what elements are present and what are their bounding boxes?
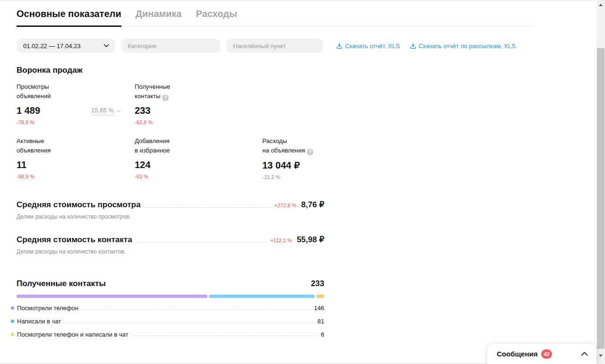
download-report-link[interactable]: Скачать отчёт, XLS	[337, 42, 400, 50]
arrow-right-icon: →	[115, 107, 121, 114]
filters-bar: 01.02.22 — 17.04.23 Скачать отчёт, XLS С…	[17, 39, 516, 53]
avg-view-cost-subtitle: Делим расходы на количество просмотров.	[17, 213, 324, 220]
scrollbar-thumb[interactable]	[597, 48, 605, 349]
messenger-widget[interactable]: Сообщения 42	[487, 344, 596, 364]
bar-segment-chat	[209, 295, 315, 298]
metric-active-ads-value: 11	[17, 160, 125, 170]
category-input[interactable]	[121, 39, 220, 53]
tabs-bar: Основные показатели Динамика Расходы	[17, 6, 533, 26]
avg-view-cost-delta: +272,8 %	[275, 203, 297, 208]
metric-views: Просмотрыобъявлений 1 489 -78,9 %	[17, 82, 125, 125]
conversion-value[interactable]: 15,65 %	[91, 107, 114, 115]
chevron-up-icon[interactable]	[581, 352, 588, 356]
date-range-value: 01.02.22 — 17.04.23	[23, 42, 80, 50]
avg-view-cost-value: 8,76 ₽	[301, 200, 324, 210]
metric-contacts-delta: -62,8 %	[135, 119, 243, 125]
funnel-row-2: Активныеобъявления 11 -98,9 % Добавления…	[17, 136, 324, 180]
dotted-leader	[80, 309, 312, 310]
download-links: Скачать отчёт, XLS Скачать отчёт по расс…	[337, 42, 516, 50]
download-mailing-report-label: Скачать отчёт по рассылкам, XLS	[419, 42, 516, 50]
metric-contacts-value: 233	[135, 105, 243, 116]
legend-item-chat: Написали в чат 81	[11, 318, 324, 325]
tab-dynamics[interactable]: Динамика	[136, 6, 182, 26]
avg-contact-cost-value: 55,98 ₽	[297, 235, 324, 245]
legend-dot-blue	[11, 320, 14, 323]
messenger-label: Сообщения	[497, 350, 537, 358]
bar-segment-phone	[17, 295, 207, 298]
metric-active-ads-delta: -98,9 %	[17, 174, 125, 179]
legend-dot-purple	[11, 306, 14, 310]
download-icon	[337, 43, 342, 49]
download-report-label: Скачать отчёт, XLS	[345, 42, 400, 50]
dotted-leader	[63, 322, 315, 323]
unread-count-badge: 42	[541, 349, 552, 359]
legend-item-phone: Посмотрели телефон 146	[11, 305, 324, 312]
metric-ad-spend-delta: -21,2 %	[262, 174, 371, 180]
funnel-row-1: Просмотрыобъявлений 1 489 -78,9 % 15,65 …	[17, 82, 324, 126]
tab-main-metrics[interactable]: Основные показатели	[17, 6, 121, 27]
metric-favorites: Добавленияв избранное 124 -63 %	[135, 136, 243, 179]
contacts-legend: Посмотрели телефон 146 Написали в чат 81…	[17, 305, 324, 338]
metric-views-delta: -78,9 %	[17, 119, 125, 125]
avg-contact-cost-title: Средняя стоимость контакта	[17, 235, 132, 245]
avg-contact-cost-block: Средняя стоимость контакта +112,1 % 55,9…	[17, 235, 324, 255]
scroll-up-arrow-icon[interactable]	[599, 4, 603, 6]
main-content: Воронка продаж Просмотрыобъявлений 1 489…	[17, 62, 324, 344]
contacts-total: 233	[311, 279, 324, 288]
dotted-leader	[136, 242, 267, 243]
metric-ad-spend: Расходына объявления? 13 044 ₽ -21,2 %	[262, 136, 371, 180]
scroll-down-arrow-icon[interactable]	[599, 355, 603, 357]
legend-dot-yellow	[11, 333, 14, 336]
tab-expenses[interactable]: Расходы	[196, 6, 237, 26]
avg-contact-cost-subtitle: Делим расходы на количество контактов.	[17, 248, 324, 255]
chevron-down-icon	[104, 44, 109, 48]
analytics-page: Основные показатели Динамика Расходы 01.…	[0, 0, 605, 364]
funnel-title: Воронка продаж	[17, 66, 324, 75]
contacts-title: Полученные контакты	[17, 279, 106, 288]
metric-contacts: Полученныеконтакты? 233 -62,8 %	[135, 82, 243, 125]
download-mailing-report-link[interactable]: Скачать отчёт по рассылкам, XLS	[410, 42, 516, 50]
dotted-leader	[130, 336, 319, 336]
metric-active-ads: Активныеобъявления 11 -98,9 %	[17, 136, 125, 179]
help-icon[interactable]: ?	[307, 149, 313, 155]
metric-favorites-value: 124	[135, 160, 243, 170]
metric-favorites-delta: -63 %	[135, 174, 243, 179]
vertical-scrollbar[interactable]	[596, 1, 605, 364]
help-icon[interactable]: ?	[162, 94, 169, 101]
contacts-stacked-bar	[17, 295, 324, 298]
avg-contact-cost-delta: +112,1 %	[270, 237, 292, 243]
funnel-conversion: 15,65 %→	[91, 107, 121, 114]
dotted-leader	[144, 207, 270, 208]
metric-ad-spend-value: 13 044 ₽	[262, 160, 371, 171]
legend-item-phone-and-chat: Посмотрели телефон и написали в чат 6	[11, 331, 324, 338]
avg-view-cost-title: Средняя стоимость просмотра	[17, 200, 140, 210]
date-range-select[interactable]: 01.02.22 — 17.04.23	[17, 39, 115, 53]
contacts-section: Полученные контакты 233 Посмотрели телеф…	[17, 279, 324, 338]
bar-segment-both	[316, 295, 324, 298]
city-input[interactable]	[226, 39, 323, 53]
avg-view-cost-block: Средняя стоимость просмотра +272,8 % 8,7…	[17, 200, 324, 220]
download-icon	[410, 43, 416, 49]
